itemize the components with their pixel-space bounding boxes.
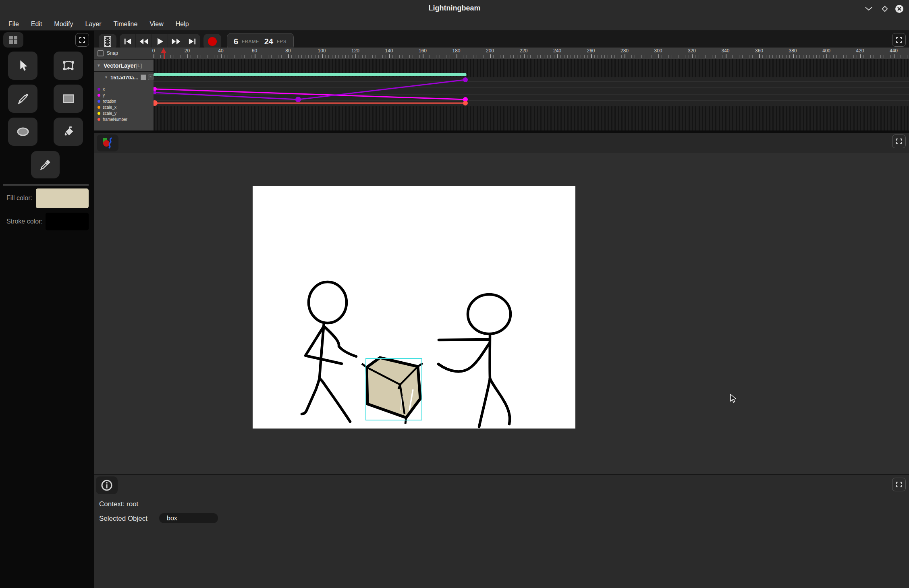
- canvas-panel[interactable]: [94, 133, 909, 474]
- keyframe-dot-frameNumber[interactable]: [463, 101, 468, 106]
- fill-color-swatch[interactable]: [36, 188, 89, 208]
- snap-checkbox[interactable]: [98, 50, 104, 56]
- expand-panel-button[interactable]: [892, 135, 906, 148]
- property-row-rotation[interactable]: rotation: [94, 98, 154, 104]
- timeline-ruler[interactable]: 0204060801001201401601802002202402602803…: [154, 48, 909, 59]
- menu-item-help[interactable]: Help: [170, 19, 195, 29]
- ruler-tick: [409, 55, 410, 58]
- shapes-logo-button[interactable]: [97, 135, 118, 151]
- select-tool-button[interactable]: [8, 52, 37, 80]
- pencil-tool-button[interactable]: [8, 85, 37, 113]
- menu-item-layer[interactable]: Layer: [79, 19, 107, 29]
- ruler-tick: [880, 55, 881, 58]
- info-button[interactable]: [96, 476, 118, 494]
- keyframe-dot-x[interactable]: [463, 77, 468, 82]
- eyedropper-tool-button[interactable]: [31, 151, 60, 178]
- property-row-x[interactable]: x: [94, 86, 154, 92]
- ruler-tick: [450, 55, 450, 58]
- ruler-label: 340: [721, 48, 729, 54]
- ruler-tick: [537, 55, 538, 58]
- menu-bar: FileEditModifyLayerTimelineViewHelp: [0, 18, 909, 31]
- ruler-label: 280: [621, 48, 629, 54]
- property-row-y[interactable]: y: [94, 92, 154, 98]
- timeline-tracks[interactable]: [154, 59, 909, 130]
- keyframe-curves[interactable]: [154, 59, 909, 130]
- record-icon: [208, 37, 217, 46]
- paint-bucket-tool-button[interactable]: [54, 118, 83, 146]
- ruler-tick: [497, 55, 497, 58]
- ruler-tick: [463, 55, 463, 58]
- rectangle-tool-button[interactable]: [54, 85, 83, 113]
- ruler-tick: [453, 55, 453, 58]
- minimize-chevron-icon[interactable]: [863, 3, 874, 14]
- ruler-tick: [325, 55, 326, 58]
- stage[interactable]: [253, 186, 575, 429]
- expand-panel-button[interactable]: [75, 33, 89, 47]
- figure-head: [468, 294, 511, 334]
- ruler-label: 60: [252, 48, 257, 54]
- ruler-tick: [426, 55, 426, 58]
- object-row[interactable]: ▼ 151ad70a... ~: [94, 72, 154, 83]
- ruler-tick: [500, 55, 500, 58]
- ruler-tick: [550, 55, 551, 58]
- ellipse-tool-button[interactable]: [8, 118, 37, 146]
- layer-row-vectorlayer[interactable]: ▼ VectorLayer [L]: [94, 60, 154, 71]
- ruler-label: 100: [318, 48, 326, 54]
- collapse-triangle-icon[interactable]: ▼: [97, 63, 101, 68]
- object-tween-toggle[interactable]: ~: [148, 75, 154, 80]
- selected-object-label: Selected Object: [99, 515, 147, 523]
- record-button[interactable]: [203, 34, 221, 49]
- property-color-dot: [98, 118, 100, 121]
- layer-duration-bar[interactable]: [154, 73, 467, 76]
- fast-forward-icon: [171, 38, 181, 45]
- keyframe-dot-x[interactable]: [295, 97, 301, 102]
- ruler-tick: [766, 55, 766, 58]
- skip-to-start-button[interactable]: [120, 34, 136, 49]
- selected-object-dropdown[interactable]: box: [159, 513, 218, 523]
- rewind-button[interactable]: [136, 34, 152, 49]
- info-icon: [101, 479, 113, 491]
- node-edit-tool-button[interactable]: [54, 52, 83, 80]
- box-object[interactable]: [362, 358, 423, 424]
- fast-forward-button[interactable]: [168, 34, 184, 49]
- menu-item-edit[interactable]: Edit: [25, 19, 48, 29]
- object-visibility-toggle[interactable]: [141, 75, 146, 80]
- property-row-frameNumber[interactable]: frameNumber: [94, 116, 154, 122]
- ruler-tick: [847, 55, 847, 58]
- property-row-scale_x[interactable]: scale_x: [94, 104, 154, 110]
- ruler-tick: [826, 54, 827, 58]
- expand-panel-button[interactable]: [892, 478, 906, 491]
- menu-item-modify[interactable]: Modify: [48, 19, 79, 29]
- stroke-color-swatch[interactable]: [46, 213, 89, 230]
- property-row-scale_y[interactable]: scale_y: [94, 110, 154, 116]
- ruler-tick: [679, 55, 679, 58]
- ruler-tick: [702, 55, 702, 58]
- close-icon[interactable]: [894, 3, 905, 14]
- ruler-tick: [524, 54, 525, 58]
- ruler-tick: [271, 55, 272, 58]
- menu-item-view[interactable]: View: [143, 19, 169, 29]
- collapse-triangle-icon[interactable]: ▼: [104, 75, 108, 79]
- ruler-tick: [793, 54, 794, 58]
- play-button[interactable]: [152, 34, 168, 49]
- maximize-diamond-icon[interactable]: [879, 3, 890, 14]
- ruler-tick: [349, 55, 349, 58]
- ruler-tick: [477, 55, 477, 58]
- ruler-tick: [392, 55, 393, 58]
- ruler-tick: [540, 55, 541, 58]
- ruler-tick: [820, 55, 820, 58]
- menu-item-timeline[interactable]: Timeline: [108, 19, 144, 29]
- skip-to-end-button[interactable]: [184, 34, 200, 49]
- title-bar: Lightningbeam: [0, 0, 909, 18]
- ruler-tick: [836, 55, 837, 58]
- stick-figure-right[interactable]: [438, 294, 511, 427]
- ruler-label: 160: [419, 48, 427, 54]
- object-name: 151ad70a...: [110, 75, 138, 81]
- box-outline: [367, 358, 420, 418]
- expand-panel-button[interactable]: [892, 33, 906, 47]
- stick-figure-left[interactable]: [302, 282, 356, 422]
- ruler-tick: [154, 54, 154, 58]
- film-strip-button[interactable]: [99, 34, 116, 49]
- menu-item-file[interactable]: File: [2, 19, 25, 29]
- tool-grid-button[interactable]: [3, 32, 23, 48]
